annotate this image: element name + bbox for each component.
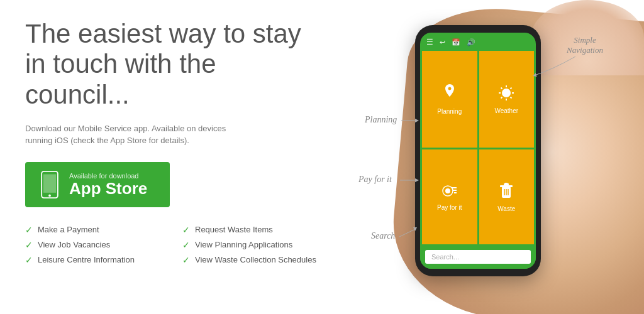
check-icon-1: ✓ [25, 225, 33, 235]
svg-line-10 [501, 97, 502, 99]
check-icon-2: ✓ [25, 240, 33, 250]
feature-5: ✓ View Planning Applications [182, 240, 327, 250]
check-icon-4: ✓ [182, 225, 190, 235]
phone-mockup: ☰ ↩ 📅 🔊 [415, 25, 541, 276]
waste-icon [499, 183, 513, 203]
menu-icon[interactable]: ☰ [426, 38, 433, 46]
right-panel: ☰ ↩ 📅 🔊 [352, 0, 644, 314]
app-store-button[interactable]: Available for download App Store [25, 162, 170, 207]
feature-1: ✓ Make a Payment [25, 225, 170, 235]
available-label: Available for download [69, 172, 147, 180]
left-panel: The easiest way to stay in touch with th… [0, 0, 352, 314]
planning-label: Planning [437, 108, 462, 115]
volume-icon[interactable]: 🔊 [467, 38, 475, 46]
phone-screen: ☰ ↩ 📅 🔊 [420, 33, 536, 269]
app-grid: Planning [420, 49, 536, 246]
weather-tile[interactable]: Weather [479, 51, 535, 148]
features-list: ✓ Make a Payment ✓ Request Waste Items ✓… [25, 225, 327, 265]
svg-rect-24 [504, 185, 508, 188]
svg-point-3 [502, 89, 511, 97]
search-box[interactable]: Search... [425, 250, 531, 264]
feature-6: ✓ View Waste Collection Schedules [182, 255, 327, 265]
waste-tile[interactable]: Waste [479, 149, 535, 245]
back-icon[interactable]: ↩ [440, 38, 445, 46]
subtitle: Download our Mobile Service app. Availab… [25, 122, 252, 147]
feature-3: ✓ Leisure Centre Information [25, 255, 170, 265]
check-icon-6: ✓ [182, 255, 190, 265]
check-icon-5: ✓ [182, 240, 190, 250]
phone-toolbar: ☰ ↩ 📅 🔊 [420, 33, 536, 49]
svg-point-2 [48, 194, 51, 197]
svg-line-11 [511, 88, 512, 89]
finger-top [531, 0, 644, 75]
pay-icon [441, 184, 458, 202]
weather-icon [498, 85, 514, 105]
page: The easiest way to stay in touch with th… [0, 0, 644, 314]
weather-label: Weather [494, 107, 518, 114]
feature-2: ✓ View Job Vacancies [25, 240, 170, 250]
planning-tile[interactable]: Planning [422, 51, 477, 148]
search-row: Search... [420, 246, 536, 269]
waste-label: Waste [497, 205, 515, 212]
check-icon-3: ✓ [25, 255, 33, 265]
phone-icon [39, 171, 60, 198]
calendar-icon[interactable]: 📅 [452, 38, 460, 46]
svg-point-13 [445, 188, 450, 193]
svg-line-9 [511, 97, 512, 99]
svg-rect-1 [43, 174, 56, 192]
pay-tile[interactable]: Pay for it [422, 149, 477, 245]
svg-line-8 [501, 88, 502, 89]
app-store-text: Available for download App Store [69, 172, 147, 198]
store-name: App Store [69, 180, 147, 198]
planning-icon [443, 84, 457, 106]
feature-4: ✓ Request Waste Items [182, 225, 327, 235]
pay-label: Pay for it [437, 204, 462, 211]
headline: The easiest way to stay in touch with th… [25, 19, 327, 110]
